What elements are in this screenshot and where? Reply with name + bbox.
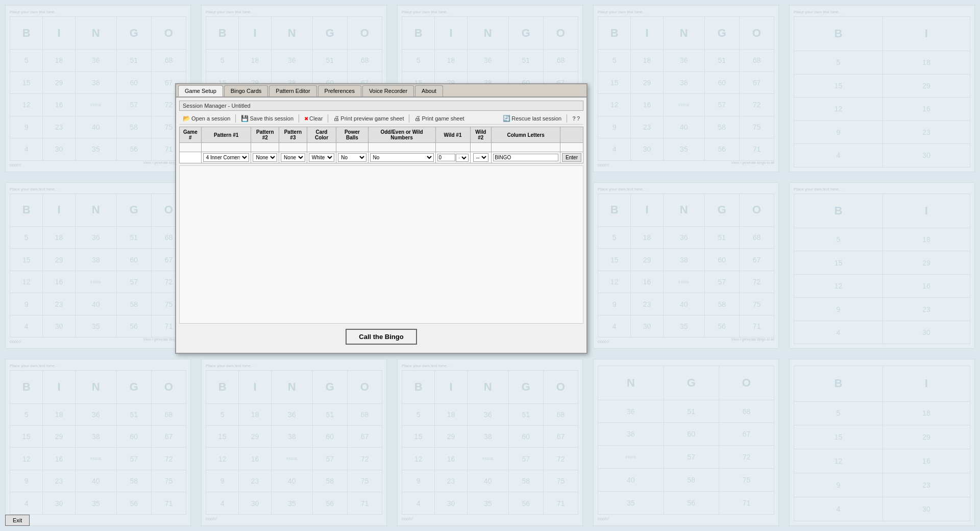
col-header-pattern3: Pattern #3 (279, 127, 307, 143)
separator-3 (328, 114, 328, 123)
toolbar-right: Rescue last session ? (501, 114, 581, 123)
col-header-card-color: Card Color (307, 127, 336, 143)
tab-voice-recorder[interactable]: Voice Recorder (362, 85, 414, 96)
separator-1 (235, 114, 236, 123)
dialog-content: Session Manager - Untitled Open a sessio… (176, 98, 586, 353)
toolbar: Open a session Save this session Clear P… (179, 113, 583, 125)
wild1-inputs: -- + - (437, 154, 469, 162)
bg-card-15: BI 518 1529 1216 923 430 (789, 359, 975, 526)
column-letters-cell[interactable] (492, 152, 560, 163)
game-num-cell (180, 152, 202, 163)
pattern3-select[interactable]: None (281, 153, 305, 162)
clear-button[interactable]: Clear (303, 115, 324, 122)
col-header-pattern2: Pattern #2 (251, 127, 279, 143)
enter-button[interactable]: Enter (562, 153, 581, 162)
save-session-button[interactable]: Save this session (239, 114, 295, 123)
odd-even-wild-select[interactable]: No Odd Even Wild (370, 153, 434, 162)
open-icon (183, 115, 190, 122)
rescue-icon (503, 115, 510, 122)
session-header: Session Manager - Untitled (179, 101, 583, 111)
clear-label: Clear (309, 115, 323, 122)
bg-card-4: Place your own text here... BINGO 518365… (593, 5, 779, 172)
empty-row (180, 143, 583, 152)
print-preview-label: Print preview game sheet (340, 115, 404, 122)
wild1-direction-select[interactable]: -- + - (456, 154, 469, 162)
print-icon (414, 115, 421, 122)
wild2-cell[interactable]: -- + - (470, 152, 492, 163)
print-label: Print game sheet (422, 115, 464, 122)
table-row: 4 Inner Corners None None None (180, 152, 583, 163)
print-button[interactable]: Print game sheet (413, 114, 465, 123)
pattern1-cell[interactable]: 4 Inner Corners None (201, 152, 251, 163)
bg-card-5: Place your own text here... BI 518 1529 … (789, 5, 975, 172)
bg-card-1: Place your own text here... BINGO 518365… (5, 5, 191, 172)
power-balls-select[interactable]: No Yes (338, 153, 366, 162)
main-dialog: Game Setup Bingo Cards Pattern Editor Pr… (175, 83, 587, 354)
save-icon (241, 115, 249, 122)
col-header-action (560, 127, 583, 143)
bg-card-9: Place your own text here... BINGO 518365… (593, 182, 779, 349)
col-header-power-balls: Power Balls (336, 127, 368, 143)
bg-card-14: NGO 365168 386067 FREE5772 405875 355671… (593, 359, 779, 526)
tab-preferences[interactable]: Preferences (318, 85, 361, 96)
separator-5 (567, 114, 567, 123)
help-label: ? (577, 115, 580, 122)
col-header-odd-even-wild: Odd/Even or Wild Numbers (368, 127, 435, 143)
wild1-number-input[interactable] (437, 154, 455, 161)
game-table: Game # Pattern #1 Pattern #2 Pattern #3 … (179, 127, 583, 163)
preview-icon (333, 115, 339, 122)
pattern2-select[interactable]: None (253, 153, 277, 162)
bg-card-13: Place your own text here... BINGO 518365… (397, 359, 583, 526)
bg-card-12: Place your own text here... BINGO 518365… (201, 359, 387, 526)
tab-bingo-cards[interactable]: Bingo Cards (224, 85, 268, 96)
col-header-pattern1: Pattern #1 (201, 127, 251, 143)
odd-even-wild-cell[interactable]: No Odd Even Wild (368, 152, 435, 163)
tab-about[interactable]: About (415, 85, 443, 96)
separator-2 (299, 114, 299, 123)
col-header-wild1: Wild #1 (435, 127, 470, 143)
pattern3-cell[interactable]: None (279, 152, 307, 163)
col-header-column-letters: Column Letters (492, 127, 560, 143)
open-session-button[interactable]: Open a session (181, 114, 232, 123)
help-button[interactable]: ? (571, 115, 581, 122)
save-session-label: Save this session (250, 115, 293, 122)
tab-bar: Game Setup Bingo Cards Pattern Editor Pr… (176, 84, 586, 98)
col-header-game-num: Game # (180, 127, 202, 143)
clear-icon (304, 115, 308, 122)
call-bingo-button[interactable]: Call the Bingo (346, 329, 416, 345)
bg-card-10: Place your own text here... BI 518 1529 … (789, 182, 975, 349)
rescue-session-button[interactable]: Rescue last session (501, 114, 563, 123)
power-balls-cell[interactable]: No Yes (336, 152, 368, 163)
open-session-label: Open a session (191, 115, 230, 122)
card-color-cell[interactable]: White Red Blue Green (307, 152, 336, 163)
exit-button[interactable]: Exit (5, 515, 30, 526)
print-preview-button[interactable]: Print preview game sheet (332, 114, 405, 123)
tab-game-setup[interactable]: Game Setup (178, 85, 223, 96)
help-icon (572, 115, 576, 122)
rescue-label: Rescue last session (511, 115, 561, 122)
column-letters-input[interactable] (493, 154, 558, 161)
wild1-cell[interactable]: -- + - (435, 152, 470, 163)
content-area (179, 165, 583, 324)
bg-card-6: Place your own text here... BINGO 518365… (5, 182, 191, 349)
wild2-select[interactable]: -- + - (473, 153, 488, 162)
card-color-select[interactable]: White Red Blue Green (309, 153, 335, 162)
col-header-wild2: Wild #2 (470, 127, 492, 143)
pattern1-select[interactable]: 4 Inner Corners None (203, 153, 250, 162)
pattern2-cell[interactable]: None (251, 152, 279, 163)
bg-card-11: Place your own text here... BINGO 518365… (5, 359, 191, 526)
tab-pattern-editor[interactable]: Pattern Editor (269, 85, 316, 96)
separator-4 (409, 114, 409, 123)
enter-cell[interactable]: Enter (560, 152, 583, 163)
